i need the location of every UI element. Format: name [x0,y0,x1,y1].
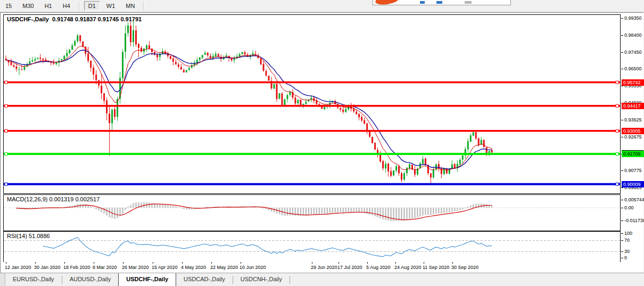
hline-handle[interactable] [616,81,618,84]
price-level-badge: 0.91709 [622,151,644,157]
timeframe-button-15[interactable]: 15 [1,1,16,11]
date-label: 8 Mar 2020 [93,265,117,270]
macd-label: MACD(12,26,9) 0.001319 0.002517 [7,196,100,202]
date-label: 10 Jun 2020 [240,265,266,270]
chart-ohlc-values: 0.91748 0.91837 0.91745 0.91791 [52,16,142,22]
date-label: 15 Apr 2020 [152,265,178,270]
chart-symbol-label: USDCHF-,Daily [7,16,49,22]
hline-handle[interactable] [616,104,618,107]
date-label: 18 Feb 2020 [63,265,90,270]
rsi-tick-label: 30 [624,249,644,254]
date-tick [424,262,424,264]
date-tick [94,262,94,264]
symbol-tab-bar: EURUSD-,DailyAUDUSD-,DailyUSDCHF-,DailyU… [0,273,644,286]
date-tick [312,262,312,264]
chart-title: USDCHF-,Daily 0.91748 0.91837 0.91745 0.… [7,16,142,22]
hline-handle[interactable] [5,153,7,156]
date-label: 29 Jun 2020 [311,265,337,270]
hline-handle[interactable] [5,104,7,107]
date-tick [452,262,453,264]
date-tick [153,262,153,264]
axis-tick [621,18,623,19]
price-tick-label: 0.92675 [624,134,644,140]
rsi-canvas[interactable] [4,232,620,261]
date-tick [123,262,123,264]
chart-window: USDCHF-,Daily 0.91748 0.91837 0.91745 0.… [0,12,643,274]
price-axis[interactable]: 0.993500.984000.974500.965000.955500.946… [621,14,643,262]
window-glyph [465,1,472,4]
rsi-line [43,238,492,257]
rsi-label: RSI(14) 51.0886 [7,233,50,239]
date-tick [64,262,65,264]
date-axis[interactable]: 12 Jan 202030 Jan 202018 Feb 20208 Mar 2… [1,262,643,273]
macd-tick-label: -0.011738 [624,218,644,223]
rsi-tick-label: 0 [624,255,644,260]
date-tick [6,262,6,264]
date-tick [395,262,396,264]
toolbar-separator [79,2,80,10]
window-glyph [420,1,425,4]
candles [5,19,493,183]
price-tick-label: 0.96500 [624,66,644,71]
date-tick [211,262,212,264]
macd-tick-label: 0.005744 [624,197,644,202]
date-label: 11 Sep 2020 [423,265,449,270]
tab-audusd[interactable]: AUDUSD-,Daily [62,273,119,286]
axis-tick [621,187,623,188]
tab-eurusd[interactable]: EURUSD-,Daily [5,273,62,286]
timeframe-button-mn[interactable]: MN [121,1,139,11]
trading-terminal: { "toolbar": { "items": [ {"label": "15"… [0,0,644,286]
price-chart-panel[interactable]: USDCHF-,Daily 0.91748 0.91837 0.91745 0.… [3,14,621,194]
tab-separator [290,276,290,284]
price-chart-canvas[interactable] [4,15,620,192]
date-label: 17 Jul 2020 [337,265,362,270]
macd-tick-label: 0.00 [624,205,644,210]
timeframe-button-h4[interactable]: H4 [59,1,75,11]
timeframe-toolbar: 15M30H1H4D1W1MN [0,0,644,12]
timeframe-button-h1[interactable]: H1 [40,1,56,11]
date-label: 26 Mar 2020 [122,265,149,270]
hline-handle[interactable] [5,129,7,132]
date-tick [338,262,339,264]
date-label: 4 May 2020 [181,265,206,270]
date-tick [35,262,36,264]
hline-handle[interactable] [616,183,618,185]
price-tick-label: 0.90775 [624,168,644,173]
date-tick [241,262,241,264]
price-tick-label: 0.97450 [624,50,644,55]
hline-handle[interactable] [616,153,618,156]
axis-tick [621,52,623,53]
macd-panel[interactable]: MACD(12,26,9) 0.001319 0.002517 [3,194,621,231]
brand-logo-icon [375,0,399,6]
date-label: 5 Aug 2020 [366,265,391,270]
timeframe-button-d1[interactable]: D1 [84,1,100,11]
tab-usdchf[interactable]: USDCHF-,Daily [118,273,176,286]
price-level-badge: 0.94417 [622,103,644,109]
ma-slow-line [6,50,492,169]
date-label: 30 Jan 2020 [34,265,61,270]
rsi-tick-label: 100 [624,231,644,236]
timeframe-button-w1[interactable]: W1 [102,1,120,11]
hline-handle[interactable] [616,129,618,132]
ma-fast-line [6,46,492,170]
timeframe-button-m30[interactable]: M30 [18,1,38,11]
tab-usdcad[interactable]: USDCAD-,Daily [176,273,233,286]
tab-usdcnh[interactable]: USDCNH-,Daily [233,273,290,286]
axis-tick [621,170,623,171]
floating-window-fragment[interactable] [373,0,511,5]
axis-tick [621,120,623,120]
date-label: 12 Jan 2020 [5,265,31,270]
date-label: 24 Aug 2020 [394,265,422,270]
axis-tick [621,69,623,69]
axis-tick [621,86,623,86]
date-label: 30 Sep 2020 [451,265,478,270]
hline-handle[interactable] [5,81,7,84]
date-label: 22 May 2020 [210,265,238,270]
axis-tick [621,137,623,137]
price-level-badge: 0.90009 [622,181,644,187]
rsi-panel[interactable]: RSI(14) 51.0886 [3,231,621,263]
date-tick [367,262,368,264]
tab-scroll-stub[interactable] [0,273,5,286]
hline-handle[interactable] [5,183,7,185]
window-glyph [436,1,442,4]
